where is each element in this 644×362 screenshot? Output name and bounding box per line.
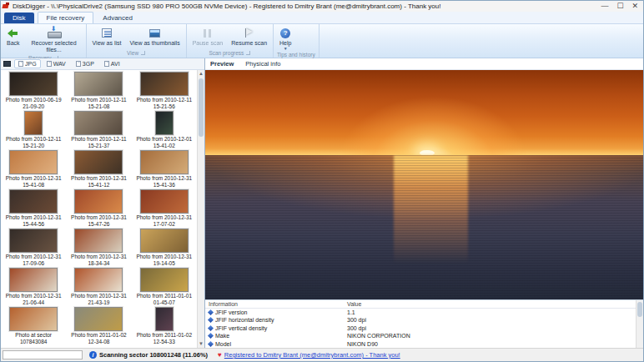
thumbnail-image[interactable] (140, 72, 189, 96)
view-as-thumbnails-button[interactable]: View as thumbnails (125, 25, 184, 49)
recover-selected-files-button[interactable]: Recover selected files... (24, 25, 84, 54)
thumbnail-image[interactable] (74, 72, 123, 96)
scroll-up-icon[interactable]: ▲ (199, 70, 204, 78)
exif-tag-icon (208, 341, 214, 347)
thumbnail-image[interactable] (74, 111, 123, 135)
thumbnail-item[interactable]: Photo from 2010-12-3117-07-02 (132, 189, 197, 229)
thumbnail-image[interactable] (140, 268, 189, 292)
close-button[interactable]: ✕ (631, 2, 638, 11)
registered-link[interactable]: Registered to Dmitry Brant (me@dmitrybra… (224, 351, 400, 359)
pause-scan-button: Pause scan (189, 25, 228, 49)
dialog-launcher-icon[interactable] (246, 51, 250, 55)
thumbnail-item[interactable]: Photo from 2010-12-3115-44-56 (1, 189, 66, 229)
exif-scrollbar[interactable] (636, 300, 643, 348)
recovered-files-panel: JPGWAV3GPAVI Photo from 2010-06-1921-09-… (1, 58, 205, 348)
view-mode-icon[interactable] (3, 61, 11, 67)
thumbnail-image[interactable] (140, 229, 189, 253)
thumbnail-image[interactable] (155, 307, 174, 331)
thumbnail-item[interactable]: Photo from 2010-12-1115-21-20 (1, 111, 66, 150)
thumbnail-item[interactable]: Photo from 2010-12-3117-09-06 (1, 229, 66, 268)
view-as-list-button[interactable]: View as list (88, 25, 126, 49)
thumbnail-item[interactable]: Photo from 2010-12-3115-47-26 (66, 189, 131, 229)
thumbnail-item[interactable]: Photo from 2010-12-1115-21-08 (66, 72, 131, 111)
thumbnail-caption: Photo from 2010-12-3121-43-19 (71, 293, 127, 305)
format-tab-avi[interactable]: AVI (100, 59, 124, 68)
thumbnail-item[interactable]: Photo at sector107843084 (1, 307, 66, 346)
thumbnail-item[interactable]: Photo from 2010-12-1115-21-56 (132, 72, 197, 111)
thumbnail-caption: Photo from 2010-12-0115-41-02 (136, 136, 192, 148)
thumbnail-caption: Photo from 2010-12-3115-41-12 (71, 175, 127, 188)
format-tab-wav[interactable]: WAV (43, 59, 70, 68)
thumbnail-image[interactable] (24, 111, 43, 135)
scan-status-text: Scanning sector 108001248 (11.06%) (99, 351, 208, 359)
back-button[interactable]: Back (3, 25, 24, 54)
thumbnail-item[interactable]: Photo from 2010-12-3115-41-36 (132, 150, 197, 189)
thumbnail-image[interactable] (140, 150, 189, 174)
exif-column-information: Information (205, 301, 347, 307)
thumbnail-item[interactable]: Photo from 2010-12-3119-14-05 (132, 229, 197, 268)
progress-box (3, 350, 83, 359)
thumbnail-item[interactable]: Photo from 2011-01-0212-54-33 (132, 307, 197, 346)
preview-image (205, 70, 643, 299)
thumbnail-image[interactable] (140, 189, 189, 214)
thumbnail-item[interactable]: Photo from 2010-06-1921-09-20 (1, 72, 66, 111)
thumbnail-image[interactable] (9, 268, 58, 292)
thumbnail-caption: Photo from 2011-01-0101-45-07 (137, 293, 192, 305)
thumbnail-item[interactable]: Photo from 2011-01-0101-45-07 (132, 268, 197, 307)
thumbnail-image[interactable] (74, 150, 123, 174)
thumbnail-grid: Photo from 2010-06-1921-09-20Photo from … (1, 70, 197, 348)
thumbnail-image[interactable] (74, 268, 123, 292)
thumbnail-caption: Photo from 2010-12-3115-41-08 (6, 175, 62, 188)
thumbnail-item[interactable]: Photo from 2010-12-3121-06-44 (1, 268, 66, 307)
thumbnail-caption: Photo from 2010-12-3117-07-02 (136, 214, 192, 227)
exif-tag-icon (208, 325, 214, 331)
thumbnail-caption: Photo from 2010-12-1115-21-56 (137, 97, 192, 109)
help-icon: ? (280, 27, 290, 39)
exif-row[interactable]: JFIF version1.1 (205, 309, 636, 317)
resume-scan-button[interactable]: Resume scan (227, 25, 271, 49)
file-type-icon (47, 61, 52, 67)
app-menu-tab[interactable]: Disk (4, 13, 34, 23)
tab-file-recovery[interactable]: File recovery (38, 12, 94, 23)
tab-physical-info[interactable]: Physical info (245, 60, 280, 68)
maximize-button[interactable]: ☐ (616, 2, 623, 11)
thumbnail-item[interactable]: Photo from 2010-12-3115-41-12 (66, 150, 131, 189)
thumbnail-item[interactable]: Photo from 2011-01-0212-34-08 (66, 307, 131, 346)
minimize-button[interactable]: — (601, 2, 608, 11)
tab-advanced[interactable]: Advanced (93, 12, 142, 23)
info-icon: i (89, 351, 97, 359)
thumbnail-caption: Photo from 2010-12-3117-09-06 (6, 254, 62, 266)
exif-row[interactable]: MakeNIKON CORPORATION (205, 332, 636, 340)
ribbon-group-recovery: Back Recover selected files... Recovery (1, 24, 87, 58)
thumbnail-item[interactable]: Photo from 2010-12-3121-43-19 (66, 268, 131, 307)
pause-icon (204, 27, 211, 39)
scroll-down-icon[interactable]: ▼ (199, 340, 204, 348)
tab-preview[interactable]: Preview (210, 60, 234, 68)
help-button[interactable]: ? Help ▼ (275, 25, 295, 51)
thumbnail-image[interactable] (74, 189, 123, 214)
thumbnail-item[interactable]: Photo from 2010-12-3118-34-34 (66, 229, 131, 268)
thumbnail-image[interactable] (9, 307, 58, 331)
exif-row[interactable]: JFIF vertical density300 dpi (205, 324, 636, 333)
thumbnail-image[interactable] (9, 150, 58, 174)
exif-row[interactable]: ModelNIKON D90 (205, 340, 636, 349)
dialog-launcher-icon[interactable] (141, 51, 145, 55)
format-tab-3gp[interactable]: 3GP (72, 59, 98, 68)
thumbnail-image[interactable] (155, 111, 174, 135)
thumbnail-caption: Photo from 2010-12-3118-34-34 (71, 254, 127, 266)
thumbnail-image[interactable] (9, 72, 58, 96)
thumbnail-image[interactable] (74, 307, 123, 331)
format-tab-jpg[interactable]: JPG (14, 59, 41, 68)
resume-flag-icon (244, 27, 254, 39)
thumbnail-scrollbar[interactable]: ▲ ▼ (197, 70, 204, 348)
thumbnail-item[interactable]: Photo from 2010-12-0115-41-02 (132, 111, 197, 150)
thumbnail-image[interactable] (9, 189, 58, 214)
exif-row[interactable]: JFIF horizontal density300 dpi (205, 316, 636, 324)
ribbon-group-tips: ? Help ▼ Tips and history (274, 24, 319, 58)
diskdigger-window: DiskDigger - \\.\PhysicalDrive2 (Samsung… (0, 0, 644, 362)
thumbnail-image[interactable] (9, 229, 58, 253)
thumbnail-caption: Photo from 2010-12-1115-21-37 (71, 136, 126, 148)
thumbnail-item[interactable]: Photo from 2010-12-1115-21-37 (66, 111, 131, 150)
thumbnail-item[interactable]: Photo from 2010-12-3115-41-08 (1, 150, 66, 189)
thumbnail-image[interactable] (74, 229, 123, 253)
